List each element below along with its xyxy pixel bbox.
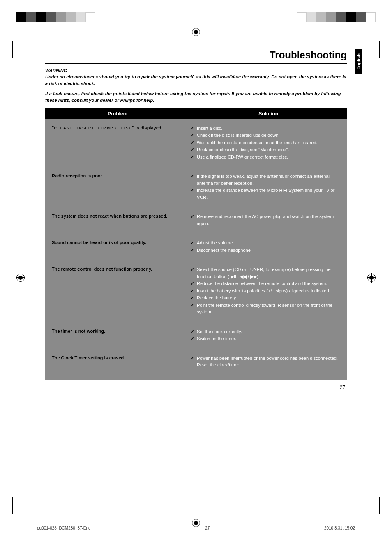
footer-left: pg001-028_DCM230_37-Eng: [37, 526, 91, 530]
solution-item: Wait until the moisture condensation at …: [190, 139, 340, 146]
problem-cell: The Clock/Timer setting is erased.: [52, 355, 190, 369]
solution-item: Adjust the volume.: [190, 240, 340, 246]
solution-item: Replace the battery.: [190, 295, 340, 302]
solution-cell: Select the source (CD or TUNER, for exam…: [190, 266, 340, 316]
registration-top: [0, 0, 392, 22]
solution-cell: Remove and reconnect the AC power plug a…: [190, 213, 340, 227]
footer-right: 2010.3.31, 15:02: [324, 526, 355, 530]
intro-block: WARNING Under no circumstances should yo…: [45, 68, 347, 104]
solution-cell: Adjust the volume. Disconnect the headph…: [190, 240, 340, 254]
solution-cell: If the signal is too weak, adjust the an…: [190, 173, 340, 201]
page-title: Troubleshooting: [270, 49, 347, 61]
solution-item: Insert a disc.: [190, 125, 340, 132]
problem-cell: The system does not react when buttons a…: [52, 213, 190, 227]
page-number: 27: [45, 385, 347, 390]
language-tab: English: [355, 49, 362, 74]
lcd-text: PLEASE INSERT CD/MP3 DISC: [54, 126, 132, 131]
problem-cell: The timer is not working.: [52, 328, 190, 343]
solution-item: If the signal is too weak, adjust the an…: [190, 173, 340, 187]
problem-cell: Radio reception is poor.: [52, 173, 190, 201]
crop-mark-icon: [12, 497, 29, 514]
solution-cell: Insert a disc. Check if the disc is inse…: [190, 125, 340, 161]
solution-item: Reduce the distance between the remote c…: [190, 280, 340, 287]
problem-cell: Sound cannot be heard or is of poor qual…: [52, 240, 190, 254]
solution-item: Use a finalised CD-RW or correct format …: [190, 154, 340, 161]
table-row: The remote control does not function pro…: [45, 256, 347, 318]
problem-cell: "PLEASE INSERT CD/MP3 DISC" is displayed…: [52, 125, 190, 161]
warning-label: WARNING: [45, 68, 347, 74]
registration-mark-top-icon: [192, 28, 200, 36]
solution-item: Remove and reconnect the AC power plug a…: [190, 213, 340, 227]
q-close: " is displayed.: [132, 125, 162, 130]
table-row: The timer is not working. Set the clock …: [45, 318, 347, 345]
th-solution: Solution: [190, 108, 347, 119]
page-content: English Troubleshooting WARNING Under no…: [37, 49, 355, 493]
table-row: "PLEASE INSERT CD/MP3 DISC" is displayed…: [45, 119, 347, 164]
table-body: "PLEASE INSERT CD/MP3 DISC" is displayed…: [45, 119, 347, 380]
solution-item: Increase the distance between the Micro …: [190, 187, 340, 200]
crop-mark-icon: [363, 41, 380, 58]
solution-cell: Set the clock correctly. Switch on the t…: [190, 328, 340, 343]
solution-item: Insert the battery with its polarities (…: [190, 288, 340, 295]
crop-mark-icon: [363, 497, 380, 514]
reg-block-left: [16, 12, 95, 22]
footer-mid: 27: [205, 526, 210, 530]
registration-mark-right-icon: [367, 274, 376, 282]
solution-cell: Power has been interrupted or the power …: [190, 355, 340, 369]
solution-item: Switch on the timer.: [190, 335, 340, 342]
table-row: The system does not react when buttons a…: [45, 203, 347, 230]
crop-mark-icon: [12, 41, 29, 58]
solution-item: Power has been interrupted or the power …: [190, 355, 340, 368]
solution-item: Replace or clean the disc, see "Maintena…: [190, 146, 340, 153]
table-header: Problem Solution: [45, 108, 347, 119]
registration-mark-left-icon: [16, 274, 25, 282]
footer: pg001-028_DCM230_37-Eng 27 2010.3.31, 15…: [37, 526, 355, 530]
intro-para1: Under no circumstances should you try to…: [45, 74, 347, 87]
solution-item: Disconnect the headphone.: [190, 247, 340, 254]
intro-para2: If a fault occurs, first check the point…: [45, 91, 347, 104]
solution-item: Check if the disc is inserted upside dow…: [190, 132, 340, 139]
solution-item: Select the source (CD or TUNER, for exam…: [190, 266, 340, 280]
solution-item: Point the remote control directly toward…: [190, 302, 340, 315]
table-row: The Clock/Timer setting is erased. Power…: [45, 345, 347, 371]
th-problem: Problem: [45, 108, 190, 119]
table-row: Radio reception is poor. If the signal i…: [45, 163, 347, 203]
problem-cell: The remote control does not function pro…: [52, 266, 190, 316]
reg-block-right: [297, 12, 376, 22]
table-row: Sound cannot be heard or is of poor qual…: [45, 230, 347, 256]
solution-item: Set the clock correctly.: [190, 328, 340, 335]
title-row: Troubleshooting: [45, 49, 347, 64]
